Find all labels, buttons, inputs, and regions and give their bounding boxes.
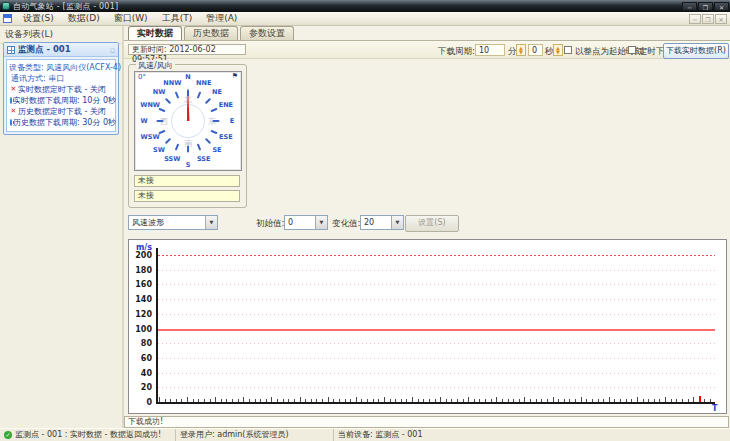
x-ruler-tick	[564, 399, 565, 402]
x-ruler-tick	[395, 399, 396, 402]
menu-admin[interactable]: 管理(A)	[199, 12, 244, 25]
chevron-down-icon: ▼	[391, 216, 403, 229]
compass-direction-label: SE	[212, 146, 221, 154]
gridline	[158, 373, 715, 374]
x-ruler-tick	[350, 399, 351, 402]
x-ruler-tick	[446, 399, 447, 402]
status-device-segment: 当前设备: 监测点 - 001	[334, 429, 730, 441]
mdi-minimize-button[interactable]: ─	[689, 14, 701, 24]
x-ruler-tick	[345, 399, 346, 402]
app-window: 自动气象站 - [监测点 - 001] ─ ❐ ✕ 设置(S) 数据(D) 窗口…	[0, 0, 730, 441]
compass-spoke	[165, 98, 171, 104]
seconds-input[interactable]: 0	[528, 44, 543, 56]
current-device: 当前设备: 监测点 - 001	[338, 429, 422, 441]
tab-realtime-data[interactable]: 实时数据	[128, 26, 182, 40]
history-period-row: 历史数据下载周期: 30分 0秒	[9, 117, 114, 128]
logged-in-user: 登录用户: admin(系统管理员)	[180, 429, 289, 441]
menu-tools[interactable]: 工具(T)	[155, 12, 200, 25]
x-ruler-tick	[451, 399, 452, 402]
compass-direction-label: SSW	[164, 155, 180, 163]
download-realtime-button[interactable]: 下载实时数据(R)	[663, 43, 729, 59]
device-card-header[interactable]: 监测点 - 001 ◻	[4, 43, 118, 57]
mdi-close-button[interactable]: ✕	[715, 14, 727, 24]
compass-spoke	[196, 143, 201, 150]
x-ruler-tick	[631, 399, 632, 402]
compass-spoke	[175, 92, 180, 99]
update-time-display: 更新时间: 2012-06-02 09:57:51	[128, 44, 246, 55]
compass-direction-label: SSE	[197, 155, 211, 163]
y-tick-label: 80	[130, 339, 152, 348]
seconds-stepper[interactable]: ▲▼	[553, 44, 563, 56]
device-comm-row: 通讯方式: 串口	[9, 73, 114, 84]
x-ruler-tick	[479, 399, 480, 402]
x-ruler-tick	[243, 397, 244, 402]
x-ruler-tick	[305, 399, 306, 402]
disabled-x-icon: ✕	[9, 84, 18, 95]
x-ruler-tick	[468, 397, 469, 402]
mdi-restore-button[interactable]: ❐	[702, 14, 714, 24]
tab-parameter-settings[interactable]: 参数设置	[240, 26, 294, 40]
device-comm-text: 通讯方式: 串口	[11, 73, 64, 84]
maximize-button[interactable]: ❐	[698, 2, 713, 11]
device-list-panel: 设备列表(L) 监测点 - 001 ◻ 设备类型: 风速风向仪(ACFX-4) …	[0, 26, 122, 428]
device-title: 监测点 - 001	[18, 44, 110, 56]
minutes-input[interactable]: 10	[475, 44, 505, 56]
x-ruler-tick	[277, 399, 278, 402]
menu-settings[interactable]: 设置(S)	[16, 12, 61, 25]
x-ruler-tick	[626, 399, 627, 402]
x-ruler-tick	[266, 399, 267, 402]
mdi-window-icon[interactable]	[3, 14, 12, 23]
x-ruler-tick	[463, 399, 464, 402]
download-status-bar: 下载成功!	[124, 416, 729, 428]
change-value-select[interactable]: 20 ▼	[360, 215, 404, 230]
x-ruler-tick	[165, 399, 166, 402]
realtime-period-row: 实时数据下载周期: 10分 0秒	[9, 95, 114, 106]
x-ruler-tick	[682, 399, 683, 402]
current-position-marker	[699, 396, 701, 402]
x-ruler-tick	[659, 399, 660, 402]
realtime-timer-text: 实时数据定时下载 - 关闭	[18, 84, 106, 95]
compass-direction-label: WSW	[141, 133, 160, 141]
x-ruler-tick	[300, 397, 301, 402]
device-card[interactable]: 监测点 - 001 ◻ 设备类型: 风速风向仪(ACFX-4) 通讯方式: 串口…	[3, 42, 119, 135]
compass-direction-label: S	[186, 161, 191, 169]
card-corner-icon[interactable]: ◻	[110, 46, 115, 53]
x-ruler-tick	[676, 399, 677, 402]
x-ruler-tick	[491, 399, 492, 402]
minimize-button[interactable]: ─	[682, 2, 697, 11]
minutes-stepper[interactable]: ▲▼	[516, 44, 526, 56]
x-ruler-tick	[575, 399, 576, 402]
x-axis	[156, 402, 715, 404]
x-ruler-tick	[688, 399, 689, 402]
x-ruler-tick	[271, 397, 272, 402]
x-ruler-tick	[255, 399, 256, 402]
compass-spoke	[210, 129, 217, 134]
x-ruler-tick	[665, 397, 666, 402]
waveform-select[interactable]: 风速波形 ▼	[128, 215, 218, 230]
align-to-hour-checkbox[interactable]	[564, 46, 572, 54]
menu-data[interactable]: 数据(D)	[61, 12, 107, 25]
compass-spoke	[159, 129, 166, 134]
chart-canvas: m/s T 020406080100120140160180200	[130, 241, 725, 412]
tab-history-data[interactable]: 历史数据	[184, 26, 238, 40]
change-value: 20	[364, 218, 374, 227]
y-tick-label: 0	[130, 398, 152, 407]
menu-window[interactable]: 窗口(W)	[107, 12, 155, 25]
initial-value-select[interactable]: 0 ▼	[284, 215, 328, 230]
close-button[interactable]: ✕	[714, 2, 729, 11]
wind-speed-readout: 未接	[134, 175, 240, 187]
compass-spoke	[187, 146, 189, 153]
compass-direction-label: NNW	[163, 79, 181, 87]
x-ruler-tick	[440, 397, 441, 402]
x-ruler-tick	[356, 397, 357, 402]
x-ruler-tick	[620, 399, 621, 402]
chart-x-axis-label: T	[712, 404, 717, 413]
compass-spoke	[205, 138, 211, 144]
x-ruler-tick	[508, 399, 509, 402]
timed-download-checkbox[interactable]	[628, 46, 636, 54]
x-ruler-tick	[406, 399, 407, 402]
y-tick-label: 180	[130, 266, 152, 275]
settings-button[interactable]: 设置(S)	[405, 215, 459, 232]
toolbar: 更新时间: 2012-06-02 09:57:51 下载周期: 10 分 ▲▼ …	[124, 40, 730, 59]
x-ruler-tick	[333, 399, 334, 402]
